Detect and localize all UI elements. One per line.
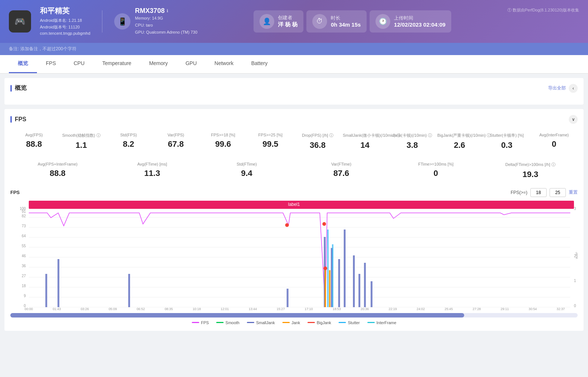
- svg-text:29:11: 29:11: [500, 307, 509, 311]
- device-section: 📱 RMX3708 ℹ Memory: 14.9G CPU: taro GPU:…: [114, 7, 197, 35]
- duration-icon: ⏱: [312, 14, 327, 29]
- svg-rect-42: [324, 268, 326, 307]
- app-android-version: Android版本名: 1.21.18: [40, 17, 90, 24]
- svg-text:46: 46: [22, 254, 26, 258]
- duration-label: 时长: [331, 15, 361, 21]
- creator-value: 洋 杨 杨: [278, 21, 298, 28]
- svg-point-44: [285, 223, 289, 227]
- svg-text:0: 0: [574, 304, 576, 308]
- svg-text:22:19: 22:19: [388, 307, 397, 311]
- legend-interframe: InterFrame: [367, 320, 397, 325]
- svg-text:24:02: 24:02: [417, 307, 425, 311]
- legend-dot-fps: [192, 322, 199, 323]
- svg-text:03:26: 03:26: [81, 307, 89, 311]
- svg-text:18: 18: [22, 284, 26, 288]
- nav-tabs: 概览 FPS CPU Temperature Memory GPU Networ…: [0, 55, 588, 74]
- svg-text:30:54: 30:54: [528, 307, 537, 311]
- svg-text:05:09: 05:09: [109, 307, 117, 311]
- export-all-button[interactable]: 导出全部: [548, 85, 566, 91]
- fps-stats-row2: Avg(FPS+InterFrame)88.8Avg(FTime) [ms]11…: [10, 159, 578, 182]
- svg-rect-47: [327, 230, 329, 307]
- tab-temperature[interactable]: Temperature: [94, 55, 140, 73]
- device-gpu: GPU: Qualcomm Adreno (TM) 730: [135, 29, 197, 36]
- header: 🎮 和平精英 Android版本名: 1.21.18 Android版本号: 1…: [0, 0, 588, 43]
- svg-rect-37: [344, 230, 346, 307]
- tab-overview[interactable]: 概览: [9, 55, 37, 73]
- header-stats: 👤 创建者 洋 杨 杨 ⏱ 时长 0h 34m 15s 🕐 上传时间 12/02…: [254, 10, 452, 33]
- legend-dot-jank: [282, 322, 290, 323]
- svg-rect-40: [364, 263, 366, 307]
- svg-rect-30: [45, 274, 47, 307]
- overview-header: 概览 导出全部 ‹: [10, 84, 578, 93]
- svg-text:1: 1: [574, 279, 576, 283]
- svg-text:06:52: 06:52: [137, 307, 145, 311]
- fps-chart-header: FPS FPS(>=) 重置: [10, 188, 578, 197]
- app-icon: 🎮: [9, 10, 31, 33]
- fps-stat-item-3: Var(FPS)67.8: [152, 130, 200, 153]
- fps-stats-row1: Avg(FPS)88.8Smooth(稳帧指数) ⓘ1.1Std(FPS)8.2…: [10, 130, 578, 153]
- tab-cpu[interactable]: CPU: [65, 55, 94, 73]
- tab-battery[interactable]: Battery: [242, 55, 276, 73]
- svg-rect-48: [332, 244, 333, 307]
- tab-fps[interactable]: FPS: [37, 55, 65, 73]
- fps-threshold-controls: FPS(>=) 重置: [511, 188, 578, 197]
- fps-stat-item-11: Avg(InterFrame)0: [530, 130, 578, 153]
- svg-text:25:45: 25:45: [445, 307, 453, 311]
- fps-threshold-input-1[interactable]: [530, 188, 547, 197]
- fps-chart-legend: FPS Smooth SmallJank Jank BigJank Stutte…: [10, 320, 578, 325]
- legend-smalljank: SmallJank: [247, 320, 275, 325]
- chart-scrollbar-thumb[interactable]: [10, 313, 464, 317]
- header-divider: [102, 10, 102, 33]
- svg-text:100: 100: [20, 207, 26, 211]
- svg-rect-39: [358, 274, 360, 307]
- legend-dot-smooth: [216, 322, 224, 323]
- creator-icon: 👤: [259, 14, 274, 29]
- notes-placeholder: 备注: 添加备注，不超过200个字符: [9, 46, 77, 51]
- chart-scrollbar[interactable]: [10, 313, 578, 317]
- svg-text:55: 55: [22, 244, 26, 248]
- fps-title: FPS: [10, 116, 26, 123]
- svg-rect-36: [338, 259, 340, 307]
- tab-network[interactable]: Network: [205, 55, 242, 73]
- svg-text:20:36: 20:36: [361, 307, 369, 311]
- svg-text:10:18: 10:18: [193, 307, 201, 311]
- svg-rect-38: [353, 255, 355, 307]
- fps-stat-item-4: FPS>=18 [%]99.6: [200, 130, 247, 153]
- device-memory: Memory: 14.9G: [135, 15, 197, 22]
- svg-text:64: 64: [22, 234, 26, 238]
- tab-memory[interactable]: Memory: [140, 55, 177, 73]
- svg-text:36: 36: [22, 264, 26, 268]
- duration-card: ⏱ 时长 0h 34m 15s: [306, 10, 367, 33]
- legend-smooth: Smooth: [216, 320, 239, 325]
- creator-label: 创建者: [278, 14, 298, 21]
- svg-text:73: 73: [22, 224, 26, 228]
- fps-collapse-button[interactable]: ∨: [569, 115, 578, 124]
- fps-threshold-label: FPS(>=): [511, 190, 527, 195]
- svg-text:27: 27: [22, 274, 26, 278]
- fps-stat-item-8: Jank(卡顿)(/10min) ⓘ3.8: [388, 130, 436, 153]
- app-package: com.tencent.tmgp.pubgmhd: [40, 30, 90, 37]
- tab-gpu[interactable]: GPU: [177, 55, 205, 73]
- overview-title: 概览: [10, 84, 27, 92]
- fps-stat-item-9: BigJank(严重卡顿)(/10min) ⓘ2.6: [436, 130, 483, 153]
- svg-rect-41: [371, 281, 373, 307]
- legend-dot-interframe: [367, 322, 375, 323]
- notes-bar: 备注: 添加备注，不超过200个字符: [0, 43, 588, 55]
- app-android-build: Android版本号: 11120: [40, 24, 90, 31]
- fps-stat-row2-item-3: Var(FTime)87.6: [294, 159, 388, 182]
- svg-text:08:35: 08:35: [164, 307, 173, 311]
- svg-text:label1: label1: [288, 202, 300, 207]
- device-icon: 📱: [114, 13, 130, 30]
- app-info: 和平精英 Android版本名: 1.21.18 Android版本号: 111…: [40, 6, 90, 37]
- upload-time-card: 🕐 上传时间 12/02/2023 02:04:09: [370, 10, 451, 33]
- overview-collapse-button[interactable]: ‹: [569, 84, 578, 93]
- svg-point-45: [322, 222, 326, 226]
- fps-threshold-input-2[interactable]: [550, 188, 566, 197]
- svg-text:13:44: 13:44: [249, 307, 257, 311]
- fps-reset-button[interactable]: 重置: [569, 189, 578, 196]
- fps-stat-row2-item-1: Avg(FTime) [ms]11.3: [105, 159, 200, 182]
- fps-stat-item-6: Drop(FPS) [/h] ⓘ36.8: [294, 130, 341, 153]
- fps-stat-row2-item-2: Std(FTime)9.4: [200, 159, 294, 182]
- legend-dot-smalljank: [247, 322, 254, 323]
- device-name: RMX3708: [135, 7, 164, 15]
